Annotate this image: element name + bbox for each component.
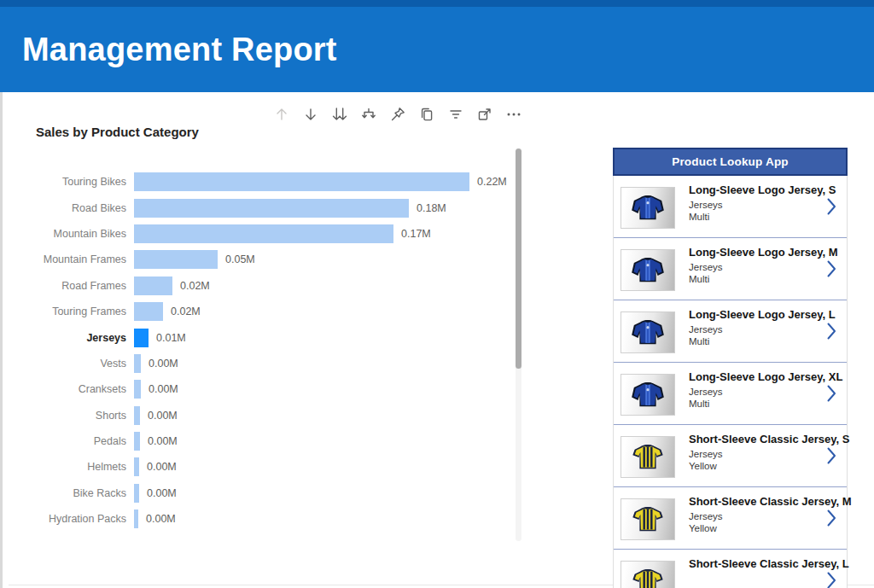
bar-track: 0.02M xyxy=(134,277,510,295)
yellow-short-sleeve-jersey-icon xyxy=(621,561,675,588)
data-label: 0.17M xyxy=(401,228,431,240)
expand-all-down-icon[interactable] xyxy=(331,106,348,123)
chevron-right-icon[interactable] xyxy=(827,509,836,527)
category-label[interactable]: Bike Racks xyxy=(36,487,134,499)
chevron-right-icon[interactable] xyxy=(827,447,836,464)
category-label[interactable]: Cranksets xyxy=(36,383,134,395)
product-text: Long-Sleeve Logo Jersey, LJerseysMulti xyxy=(689,308,817,346)
data-label: 0.00M xyxy=(149,383,178,395)
category-label[interactable]: Jerseys xyxy=(36,332,134,344)
bar-selected[interactable] xyxy=(134,329,149,347)
chevron-right-icon[interactable] xyxy=(827,198,836,215)
product-category: Jerseys xyxy=(689,511,817,521)
bar-track: 0.00M xyxy=(134,432,510,451)
bar[interactable] xyxy=(134,224,393,243)
chevron-right-icon[interactable] xyxy=(827,572,836,588)
bar-track: 0.18M xyxy=(134,199,510,218)
product-list-item[interactable]: Long-Sleeve Logo Jersey, SJerseysMulti xyxy=(614,176,847,237)
product-title: Short-Sleeve Classic Jersey, L xyxy=(689,557,817,570)
category-label[interactable]: Road Bikes xyxy=(36,202,134,214)
data-label: 0.00M xyxy=(149,358,178,370)
category-label[interactable]: Hydration Packs xyxy=(36,513,134,525)
product-list-item[interactable]: Long-Sleeve Logo Jersey, MJerseysMulti xyxy=(614,237,847,300)
product-text: Short-Sleeve Classic Jersey, MJerseysYel… xyxy=(689,495,817,533)
bar[interactable] xyxy=(134,172,469,191)
bar[interactable] xyxy=(134,484,139,503)
data-label: 0.00M xyxy=(147,461,177,473)
bar-track: 0.02M xyxy=(134,302,510,321)
focus-mode-icon[interactable] xyxy=(476,106,493,123)
more-options-icon[interactable] xyxy=(505,106,522,123)
bar[interactable] xyxy=(134,406,140,425)
filter-icon[interactable] xyxy=(447,106,464,123)
bar[interactable] xyxy=(134,199,409,218)
category-label[interactable]: Pedals xyxy=(36,435,134,447)
bar[interactable] xyxy=(134,509,138,528)
bar-track: 0.00M xyxy=(134,509,510,528)
product-list-item[interactable]: Short-Sleeve Classic Jersey, SJerseysYel… xyxy=(614,424,847,486)
visual-header-toolbar xyxy=(273,106,522,123)
bar[interactable] xyxy=(134,354,141,373)
product-title: Short-Sleeve Classic Jersey, M xyxy=(689,495,817,508)
chart-row: Jerseys0.01M xyxy=(36,324,510,350)
category-label[interactable]: Mountain Frames xyxy=(36,253,134,265)
bar-track: 0.22M xyxy=(134,172,510,191)
product-list-item[interactable]: Short-Sleeve Classic Jersey, MJerseysYel… xyxy=(614,486,847,549)
chart-row: Helmets0.00M xyxy=(36,454,510,480)
category-label[interactable]: Touring Frames xyxy=(36,306,134,317)
copy-icon[interactable] xyxy=(418,106,435,123)
product-category: Jerseys xyxy=(689,324,817,335)
product-title: Long-Sleeve Logo Jersey, M xyxy=(689,246,817,259)
data-label: 0.00M xyxy=(146,513,176,525)
chevron-right-icon[interactable] xyxy=(827,323,836,340)
category-label[interactable]: Touring Bikes xyxy=(36,176,134,188)
product-text: Long-Sleeve Logo Jersey, MJerseysMulti xyxy=(689,246,817,284)
chart-scrollbar-track[interactable] xyxy=(516,148,521,541)
category-label[interactable]: Road Frames xyxy=(36,280,134,292)
data-label: 0.02M xyxy=(171,306,201,317)
next-level-hierarchy-icon[interactable] xyxy=(360,106,377,123)
product-text: Short-Sleeve Classic Jersey, L xyxy=(689,557,817,570)
category-label[interactable]: Vests xyxy=(36,358,134,370)
bar[interactable] xyxy=(134,250,218,269)
product-list-item[interactable]: Long-Sleeve Logo Jersey, LJerseysMulti xyxy=(614,300,847,362)
bar[interactable] xyxy=(134,277,172,295)
pin-icon[interactable] xyxy=(389,106,406,123)
report-title: Management Report xyxy=(0,32,337,68)
product-color: Multi xyxy=(689,212,817,222)
page-left-border xyxy=(0,92,3,588)
bar-track: 0.00M xyxy=(134,380,510,399)
top-accent-strip xyxy=(0,0,874,7)
bar-track: 0.00M xyxy=(134,354,510,373)
chevron-right-icon[interactable] xyxy=(827,385,836,402)
drill-down-icon[interactable] xyxy=(302,106,319,123)
category-label[interactable]: Helmets xyxy=(36,461,134,473)
category-label[interactable]: Mountain Bikes xyxy=(36,228,134,240)
bar[interactable] xyxy=(134,457,139,476)
chart-row: Shorts0.00M xyxy=(36,403,510,428)
chart-row: Bike Racks0.00M xyxy=(36,480,510,506)
chart-row: Pedals0.00M xyxy=(36,428,510,454)
data-label: 0.05M xyxy=(225,253,255,265)
bar[interactable] xyxy=(134,432,140,451)
bar-track: 0.00M xyxy=(134,457,510,476)
data-label: 0.00M xyxy=(147,487,177,499)
product-color: Yellow xyxy=(689,461,817,471)
bar[interactable] xyxy=(134,380,141,399)
data-label: 0.00M xyxy=(148,410,178,422)
product-category: Jerseys xyxy=(689,262,817,272)
product-color: Multi xyxy=(689,336,817,346)
bar[interactable] xyxy=(134,302,163,321)
data-label: 0.00M xyxy=(148,435,178,447)
product-lookup-panel: Product Lookup App Long-Sleeve Logo Jers… xyxy=(613,148,848,588)
product-list-item[interactable]: Short-Sleeve Classic Jersey, L xyxy=(614,549,847,588)
chart-scrollbar-thumb[interactable] xyxy=(516,148,521,369)
product-color: Multi xyxy=(689,274,817,284)
drill-up-icon[interactable] xyxy=(273,106,290,123)
chevron-right-icon[interactable] xyxy=(827,260,836,277)
product-list-item[interactable]: Long-Sleeve Logo Jersey, XLJerseysMulti xyxy=(614,362,847,424)
data-label: 0.01M xyxy=(156,332,186,344)
data-label: 0.18M xyxy=(417,202,446,214)
category-label[interactable]: Shorts xyxy=(36,410,134,422)
product-color: Yellow xyxy=(689,523,817,533)
